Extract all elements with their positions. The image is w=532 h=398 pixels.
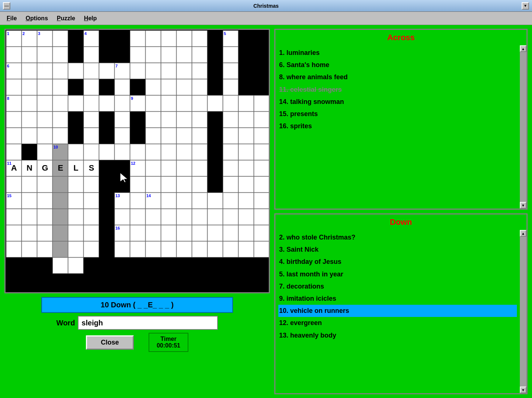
clue-item-15[interactable]: 15. presents (278, 108, 517, 120)
menu-puzzle[interactable]: Puzzle (53, 14, 79, 23)
across-scroll-track (520, 52, 526, 202)
across-scrollbar: ▲ ▼ (520, 45, 526, 209)
word-input-row: Word (56, 316, 218, 330)
title-bar-left: — (3, 2, 10, 10)
window-title: Christmas (253, 3, 278, 9)
menu-file[interactable]: File (3, 14, 21, 23)
clue-item-13[interactable]: 13. heavenly body (278, 329, 517, 342)
down-panel: Down 2. who stole Christmas?3. Saint Nic… (274, 213, 528, 394)
word-label: Word (56, 319, 75, 327)
across-list: 1. luminaries6. Santa's home8. where ani… (275, 45, 520, 209)
across-header: Across (275, 30, 526, 45)
down-list-container: 2. who stole Christmas?3. Saint Nick4. b… (275, 230, 526, 393)
buttons-row: Close Timer 00:00:51 (86, 333, 188, 352)
maximize-button[interactable]: ▼ (522, 2, 529, 10)
maximize-icon: ▼ (524, 4, 527, 8)
crossword-area: 10 Down ( _ _E_ _ _ ) Word Close Timer 0… (4, 29, 270, 394)
clue-item-8[interactable]: 8. where animals feed (278, 71, 517, 83)
menu-help[interactable]: Help (80, 14, 101, 23)
across-list-container: 1. luminaries6. Santa's home8. where ani… (275, 45, 526, 209)
system-menu-button[interactable]: — (3, 2, 10, 10)
down-scroll-track (520, 237, 526, 387)
clue-item-4[interactable]: 4. birthday of Jesus (278, 256, 517, 268)
clue-display: 10 Down ( _ _E_ _ _ ) (41, 297, 233, 313)
menu-bar: File Options Puzzle Help (0, 12, 532, 25)
clue-item-11[interactable]: 11. celestial singers (278, 84, 517, 96)
title-bar: — Christmas ▼ (0, 0, 532, 12)
down-list: 2. who stole Christmas?3. Saint Nick4. b… (275, 230, 520, 393)
across-scroll-up[interactable]: ▲ (520, 45, 526, 52)
word-input[interactable] (78, 316, 218, 330)
clue-item-3[interactable]: 3. Saint Nick (278, 244, 517, 256)
menu-options[interactable]: Options (22, 14, 52, 23)
system-menu-icon: — (4, 3, 9, 8)
close-button[interactable]: Close (86, 335, 134, 350)
down-scroll-up[interactable]: ▲ (520, 230, 526, 237)
across-scroll-down[interactable]: ▼ (520, 202, 526, 209)
down-header: Down (275, 214, 526, 230)
title-bar-right: ▼ (522, 2, 529, 10)
clue-item-12[interactable]: 12. evergreen (278, 317, 517, 329)
clue-item-9[interactable]: 9. imitation icicles (278, 293, 517, 305)
down-scrollbar: ▲ ▼ (520, 230, 526, 393)
clue-item-10[interactable]: 10. vehicle on runners (278, 305, 517, 317)
main-content: 10 Down ( _ _E_ _ _ ) Word Close Timer 0… (0, 25, 532, 398)
clue-item-14[interactable]: 14. talking snowman (278, 96, 517, 108)
down-scroll-down[interactable]: ▼ (520, 387, 526, 393)
crossword-grid[interactable] (4, 29, 270, 293)
bottom-controls: 10 Down ( _ _E_ _ _ ) Word Close Timer 0… (4, 297, 270, 352)
timer-value: 00:00:51 (157, 342, 180, 349)
across-panel: Across 1. luminaries6. Santa's home8. wh… (274, 29, 528, 210)
right-panel: Across 1. luminaries6. Santa's home8. wh… (274, 29, 528, 394)
clue-item-6[interactable]: 6. Santa's home (278, 59, 517, 71)
clue-item-5[interactable]: 5. last month in year (278, 268, 517, 280)
clue-item-16[interactable]: 16. sprites (278, 120, 517, 132)
clue-item-1[interactable]: 1. luminaries (278, 47, 517, 59)
timer-display: Timer 00:00:51 (149, 333, 188, 352)
clue-item-7[interactable]: 7. decorations (278, 280, 517, 293)
clue-item-2[interactable]: 2. who stole Christmas? (278, 231, 517, 244)
timer-label: Timer (157, 336, 180, 342)
